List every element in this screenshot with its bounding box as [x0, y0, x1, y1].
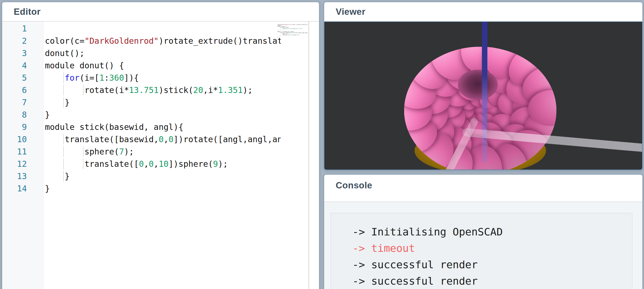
code-line-text: module stick(basewid, angl){ [45, 121, 183, 133]
editor-minimap-content: color(c="DarkGoldenrod")rotate_extrude()… [278, 23, 307, 37]
editor-header: Editor [2, 2, 319, 22]
console-line: -> successful render [352, 256, 632, 273]
code-line[interactable]: 6 rotate(i*13.751)stick(20,i*1.351); [2, 84, 281, 96]
line-number: 5 [2, 72, 27, 84]
code-line[interactable]: 12 translate([0,0,10])sphere(9); [2, 158, 281, 170]
editor-title: Editor [14, 7, 41, 17]
code-line[interactable]: 7 } [2, 96, 281, 109]
console-line: -> timeout [352, 240, 632, 256]
code-line-text: module donut() { [45, 59, 124, 72]
code-line[interactable]: 11 sphere(7); [2, 145, 281, 158]
viewer-header: Viewer [324, 2, 642, 22]
line-number: 14 [2, 182, 27, 195]
code-line-text: translate([0,0,10])sphere(9); [45, 158, 228, 170]
line-number: 11 [2, 145, 27, 158]
line-number: 3 [2, 47, 27, 59]
code-line-text: donut(); [45, 47, 85, 59]
code-line-text: color(c="DarkGoldenrod")rotate_extrude()… [45, 35, 281, 47]
code-line[interactable]: 1 [2, 22, 281, 35]
line-number: 4 [2, 59, 27, 72]
line-number: 7 [2, 96, 27, 109]
line-number: 10 [2, 133, 27, 145]
line-number: 2 [2, 35, 27, 47]
code-line[interactable]: 10 translate([basewid,0,0])rotate([angl,… [2, 133, 281, 145]
code-line[interactable]: 13 } [2, 170, 281, 182]
line-number: 1 [2, 22, 27, 35]
viewer-panel: Viewer [324, 2, 643, 170]
console-line: -> successful render [352, 273, 632, 289]
code-line-text: rotate(i*13.751)stick(20,i*1.351); [45, 84, 253, 96]
line-number: 13 [2, 170, 27, 182]
console-body: -> Initialising OpenSCAD-> timeout-> suc… [324, 202, 642, 289]
z-axis-rod [482, 22, 487, 162]
line-number: 9 [2, 121, 27, 133]
code-line-text: for(i=[1:360]){ [45, 72, 139, 84]
donut-model [404, 47, 556, 170]
code-line[interactable]: 2color(c="DarkGoldenrod")rotate_extrude(… [2, 35, 281, 47]
editor-panel: Editor 12color(c="DarkGoldenrod")rotate_… [2, 2, 320, 289]
code-line[interactable]: 3donut(); [2, 47, 281, 59]
console-title: Console [336, 180, 372, 191]
line-number: 12 [2, 158, 27, 170]
line-number: 6 [2, 84, 27, 96]
code-line-text: } [45, 182, 50, 195]
code-line-text: translate([basewid,0,0])rotate([angl,ang… [45, 133, 281, 145]
editor-code-area[interactable]: 12color(c="DarkGoldenrod")rotate_extrude… [2, 22, 281, 289]
code-line-text: } [45, 96, 70, 109]
editor-minimap[interactable]: color(c="DarkGoldenrod")rotate_extrude()… [278, 23, 308, 89]
editor-scrollbar-track[interactable] [308, 22, 309, 289]
code-line-text: } [45, 170, 70, 182]
console-line: -> Initialising OpenSCAD [352, 224, 632, 240]
console-header: Console [324, 175, 642, 202]
donut-shading [404, 47, 556, 170]
minimap-line: } [278, 36, 307, 37]
code-line[interactable]: 8} [2, 109, 281, 121]
code-line-text: sphere(7); [45, 145, 134, 158]
console-log-box[interactable]: -> Initialising OpenSCAD-> timeout-> suc… [330, 213, 633, 289]
viewer-3d-canvas[interactable] [324, 21, 643, 170]
viewer-title: Viewer [336, 7, 366, 17]
code-line[interactable]: 4module donut() { [2, 59, 281, 72]
code-line[interactable]: 9module stick(basewid, angl){ [2, 121, 281, 133]
console-panel: Console -> Initialising OpenSCAD-> timeo… [324, 174, 643, 289]
line-number: 8 [2, 109, 27, 121]
code-line[interactable]: 14} [2, 182, 281, 195]
code-line[interactable]: 5 for(i=[1:360]){ [2, 72, 281, 84]
code-line-text: } [45, 109, 50, 121]
